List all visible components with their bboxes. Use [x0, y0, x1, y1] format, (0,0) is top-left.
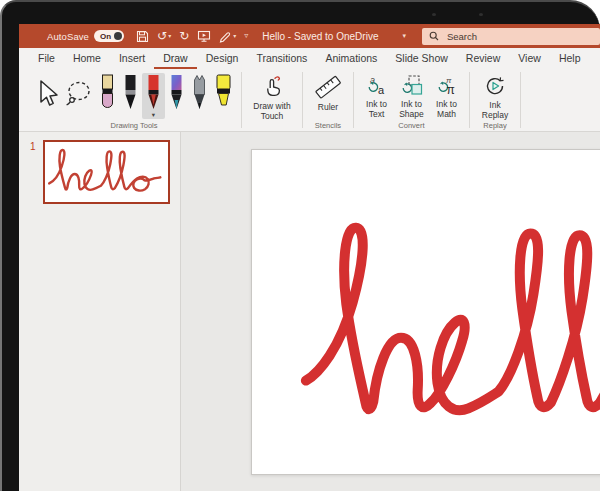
- pen-galaxy-tool[interactable]: [165, 73, 188, 111]
- replay-group: Ink Replay Replay: [470, 69, 520, 131]
- tab-slide-show[interactable]: Slide Show: [386, 48, 457, 69]
- pen-black-icon: [122, 74, 139, 110]
- lasso-select-tool[interactable]: [62, 73, 96, 110]
- tab-home[interactable]: Home: [64, 48, 110, 69]
- hello-ink-thumbnail: [46, 144, 165, 199]
- svg-text:a: a: [378, 84, 385, 96]
- title-bar: AutoSave On ↺ ▾: [19, 24, 600, 48]
- save-icon: [136, 30, 149, 43]
- toggle-knob: [114, 32, 122, 40]
- tab-transitions[interactable]: Transitions: [247, 48, 316, 69]
- stencils-group: Ruler Stencils: [303, 69, 353, 131]
- ink-to-shape-icon: [401, 75, 423, 96]
- ribbon-tabs: File Home Insert Draw Design Transitions…: [19, 48, 600, 69]
- pen-red-icon: [145, 74, 162, 110]
- chevron-down-icon: ▾: [168, 33, 171, 39]
- lasso-icon: [65, 79, 93, 109]
- select-arrow-icon: [35, 79, 59, 109]
- ruler-button[interactable]: Ruler: [308, 73, 348, 112]
- pen-black-tool[interactable]: [119, 73, 142, 111]
- slide[interactable]: [251, 149, 600, 475]
- hello-ink-drawing: [294, 200, 600, 452]
- search-box[interactable]: [422, 28, 600, 45]
- ink-to-shape-button[interactable]: Ink to Shape: [394, 73, 429, 119]
- ink-to-math-label: Ink to Math: [431, 99, 462, 119]
- group-label-replay: Replay: [470, 121, 520, 130]
- ink-to-text-icon: a a: [366, 75, 388, 96]
- touch-group: Draw with Touch: [242, 69, 302, 131]
- slide-number: 1: [30, 141, 36, 152]
- chevron-down-icon: ▾: [152, 111, 155, 118]
- tab-help[interactable]: Help: [550, 48, 590, 69]
- ink-replay-button[interactable]: Ink Replay: [475, 73, 515, 120]
- draw-with-touch-label: Draw with Touch: [249, 101, 295, 121]
- eraser-tool[interactable]: [96, 73, 119, 111]
- ink-replay-icon: [484, 75, 506, 97]
- ruler-icon: [315, 75, 341, 99]
- ink-to-shape-label: Ink to Shape: [396, 99, 427, 119]
- ruler-label: Ruler: [318, 102, 338, 112]
- pen-tool-button[interactable]: ▾: [219, 30, 236, 43]
- customize-qat-button[interactable]: ▿: [244, 33, 248, 39]
- document-title-area[interactable]: Hello - Saved to OneDrive ▾: [262, 31, 406, 42]
- eraser-icon: [99, 74, 116, 110]
- pen-red-tool-selected[interactable]: ▾: [142, 73, 165, 119]
- tab-insert[interactable]: Insert: [110, 48, 154, 69]
- convert-group: a a Ink to Text: [354, 69, 469, 131]
- ink-to-text-button[interactable]: a a Ink to Text: [359, 73, 394, 119]
- search-icon: [429, 31, 439, 41]
- qat-overflow-icon: ▿: [244, 33, 248, 39]
- slide-editing-canvas[interactable]: [181, 132, 600, 491]
- tab-animations[interactable]: Animations: [316, 48, 386, 69]
- camera-dot: [432, 13, 436, 16]
- undo-button[interactable]: ↺ ▾: [157, 30, 171, 42]
- slide-thumbnail-selected[interactable]: [43, 140, 170, 204]
- pencil-icon: [191, 74, 208, 110]
- device-bezel: AutoSave On ↺ ▾: [0, 0, 600, 491]
- redo-icon: ↻: [179, 30, 189, 42]
- group-label-convert: Convert: [354, 121, 469, 130]
- powerpoint-window: AutoSave On ↺ ▾: [19, 24, 600, 491]
- undo-icon: ↺: [157, 30, 167, 42]
- svg-text:π: π: [446, 83, 454, 96]
- chevron-down-icon: ▾: [233, 33, 236, 39]
- tab-draw[interactable]: Draw: [154, 48, 197, 69]
- ink-replay-label: Ink Replay: [477, 100, 513, 120]
- draw-with-touch-icon: [261, 75, 284, 98]
- draw-ribbon: ▾: [19, 69, 600, 132]
- search-input[interactable]: [445, 30, 599, 43]
- pencil-tool[interactable]: [188, 73, 211, 111]
- drawing-tools-group: ▾: [27, 69, 241, 131]
- pen-galaxy-icon: [168, 74, 185, 110]
- highlighter-icon: [214, 74, 233, 110]
- save-button[interactable]: [136, 30, 149, 43]
- autosave-state: On: [100, 32, 111, 41]
- tab-review[interactable]: Review: [457, 48, 509, 69]
- tab-design[interactable]: Design: [197, 48, 248, 69]
- document-title: Hello - Saved to OneDrive: [262, 31, 378, 42]
- pen-icon: [219, 30, 232, 43]
- draw-with-touch-button[interactable]: Draw with Touch: [247, 73, 297, 121]
- ink-to-math-button[interactable]: π π Ink to Math: [429, 73, 464, 119]
- chevron-down-icon: ▾: [402, 32, 406, 40]
- workspace: 1: [19, 132, 600, 491]
- highlighter-tool[interactable]: [211, 73, 236, 111]
- autosave-label: AutoSave: [47, 31, 89, 42]
- slideshow-icon: [197, 30, 211, 43]
- ink-to-text-label: Ink to Text: [361, 99, 392, 119]
- tab-file[interactable]: File: [29, 48, 64, 69]
- group-label-drawing-tools: Drawing Tools: [27, 121, 241, 130]
- select-tool[interactable]: [32, 73, 62, 110]
- redo-button[interactable]: ↻: [179, 30, 189, 42]
- slide-thumbnail-panel[interactable]: 1: [19, 132, 181, 491]
- group-label-stencils: Stencils: [303, 121, 353, 130]
- start-slideshow-button[interactable]: [197, 30, 211, 43]
- autosave-toggle[interactable]: On: [94, 30, 124, 42]
- quick-access-toolbar: ↺ ▾ ↻: [136, 30, 248, 43]
- camera-dot: [479, 13, 483, 16]
- tab-view[interactable]: View: [509, 48, 550, 69]
- screenshot-stage: AutoSave On ↺ ▾: [0, 0, 600, 491]
- ink-to-math-icon: π π: [436, 75, 458, 96]
- group-separator: [520, 72, 521, 128]
